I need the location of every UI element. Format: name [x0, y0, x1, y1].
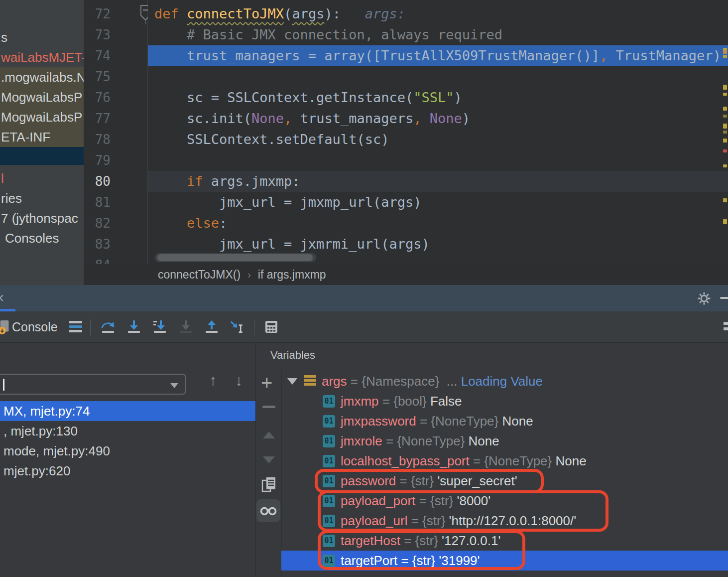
variable-value: None: [469, 433, 499, 449]
primitive-type-icon: 01: [323, 555, 335, 567]
error-stripe-mark[interactable]: [723, 219, 727, 224]
frame-row[interactable]: mode, mjet.py:490: [0, 441, 255, 461]
error-stripe-mark[interactable]: [723, 107, 727, 111]
tree-item[interactable]: ries: [0, 188, 84, 208]
variable-value: '31999': [439, 553, 480, 569]
variable-row[interactable]: 01password = {str} 'super_secret': [281, 471, 728, 491]
tree-item[interactable]: Consoles: [0, 228, 84, 248]
code-line: jmx_url = jxmrmi_url(args): [154, 234, 430, 255]
previous-frame-icon[interactable]: ↑: [209, 372, 217, 390]
error-stripe-mark[interactable]: [723, 115, 727, 118]
line-number: 77: [95, 108, 111, 129]
duplicate-watch-icon[interactable]: [261, 476, 277, 493]
frame-row[interactable]: mjet.py:620: [0, 461, 255, 481]
frame-row[interactable]: MX, mjet.py:74: [0, 401, 255, 421]
error-stripe-mark[interactable]: [723, 93, 727, 96]
close-icon[interactable]: ×: [0, 289, 4, 306]
loading-value-label[interactable]: Loading Value: [461, 374, 543, 389]
variable-type: = {NoneType}: [470, 453, 556, 469]
move-up-icon[interactable]: [263, 432, 275, 438]
variable-row[interactable]: 01jmxrole = {NoneType} None: [281, 431, 728, 451]
line-number: 75: [95, 66, 111, 87]
step-over-icon[interactable]: [101, 319, 116, 334]
variable-row[interactable]: 01jmxmp = {bool} False: [281, 391, 728, 411]
expand-triangle-icon[interactable]: [287, 378, 297, 385]
project-tree-panel[interactable]: swaiLabsMJET-.mogwailabs.NMogwaiLabsPMog…: [0, 0, 84, 285]
error-stripe-mark[interactable]: [723, 50, 727, 54]
variable-value: '127.0.0.1': [442, 533, 500, 549]
move-down-icon[interactable]: [263, 456, 275, 463]
variables-panel-title: Variables: [270, 349, 315, 362]
tree-item[interactable]: ETA-INF: [0, 127, 84, 147]
variable-type: = {str}: [396, 473, 437, 489]
primitive-type-icon: 01: [323, 435, 335, 447]
breadcrumb-block[interactable]: if args.jmxmp: [258, 268, 326, 282]
tree-item[interactable]: [0, 147, 84, 165]
line-number: 72: [95, 3, 111, 24]
error-stripe-mark[interactable]: [723, 85, 727, 90]
variable-row[interactable]: 01payload_port = {str} '8000': [281, 491, 728, 511]
evaluate-expression-icon[interactable]: [264, 319, 279, 334]
debugger-tab-icon[interactable]: [0, 319, 12, 334]
error-stripe-mark[interactable]: [723, 139, 727, 143]
hide-icon[interactable]: [720, 297, 728, 299]
variable-name: localhost_bypass_port: [341, 453, 470, 469]
tree-item[interactable]: waiLabsMJET-: [0, 47, 84, 67]
add-watch-icon[interactable]: +: [261, 372, 272, 394]
panel-divider: [0, 369, 728, 369]
variable-name: targetHost: [341, 533, 400, 549]
line-number: 81: [95, 192, 111, 213]
variable-name: jmxmp: [341, 394, 379, 409]
thread-selector-dropdown[interactable]: [0, 374, 186, 395]
error-stripe-mark[interactable]: [723, 55, 727, 58]
step-into-icon[interactable]: [126, 319, 141, 334]
tree-item[interactable]: MogwaiLabsP: [0, 87, 84, 107]
loading-dots: ...: [443, 374, 461, 389]
primitive-type-icon: 01: [323, 535, 335, 547]
variable-value: None: [555, 453, 586, 469]
next-frame-icon[interactable]: ↓: [235, 372, 243, 390]
editor-hscrollbar-thumb[interactable]: [157, 254, 313, 261]
variable-row[interactable]: args = {Namespace} ... Loading Value: [281, 371, 728, 391]
variable-type: = {str}: [400, 533, 442, 549]
primitive-type-icon: 01: [323, 455, 335, 467]
debug-toolwindow-header: ×: [0, 285, 728, 311]
code-editor[interactable]: def connectToJMX(args): args: # Basic JM…: [148, 0, 728, 264]
error-stripe-mark[interactable]: [723, 164, 727, 167]
force-step-into-icon[interactable]: [152, 319, 167, 334]
error-stripe-mark[interactable]: [723, 149, 727, 152]
debug-toolbar: Console: [0, 311, 728, 343]
glasses-icon: [259, 501, 278, 520]
variable-row[interactable]: 01jmxpassword = {NoneType} None: [281, 411, 728, 431]
breadcrumb-method[interactable]: connectToJMX(): [158, 268, 241, 282]
variable-type: = {NoneType}: [382, 433, 469, 449]
tree-item[interactable]: s: [0, 27, 84, 47]
error-stripe-mark[interactable]: [723, 131, 727, 134]
tree-item[interactable]: 7 (jythonspac: [0, 208, 84, 228]
view-frames-icon[interactable]: [68, 319, 83, 334]
variable-row[interactable]: 01targetHost = {str} '127.0.0.1': [281, 531, 728, 551]
variable-type: = {NoneType}: [416, 414, 502, 429]
variable-name: args: [322, 374, 347, 389]
layout-options-icon[interactable]: [721, 319, 728, 334]
remove-watch-icon[interactable]: [262, 406, 275, 408]
error-stripe-mark[interactable]: [723, 198, 727, 202]
step-out-icon[interactable]: [204, 319, 219, 334]
frame-row[interactable]: , mjet.py:130: [0, 421, 255, 441]
variable-row[interactable]: 01localhost_bypass_port = {NoneType} Non…: [281, 451, 728, 471]
frames-variables-divider[interactable]: [255, 343, 256, 577]
tree-item[interactable]: .mogwailabs.N: [0, 67, 84, 87]
primitive-type-icon: 01: [323, 395, 335, 408]
tab-console[interactable]: Console: [12, 311, 58, 343]
gear-icon[interactable]: [697, 291, 711, 305]
run-to-cursor-icon[interactable]: [230, 319, 245, 334]
variable-row[interactable]: 01payload_url = {str} 'http://127.0.0.1:…: [281, 511, 728, 531]
tree-item[interactable]: l: [0, 168, 84, 188]
tree-item[interactable]: MogwaiLabsP: [0, 107, 84, 127]
variable-row[interactable]: 01targetPort = {str} '31999': [281, 551, 728, 571]
error-stripe-mark[interactable]: [723, 124, 727, 129]
variable-type: = {bool}: [379, 394, 430, 409]
code-line: # Basic JMX connection, always required: [154, 24, 502, 45]
smart-step-into-icon[interactable]: [178, 319, 193, 334]
variable-type: = {str}: [397, 553, 439, 569]
